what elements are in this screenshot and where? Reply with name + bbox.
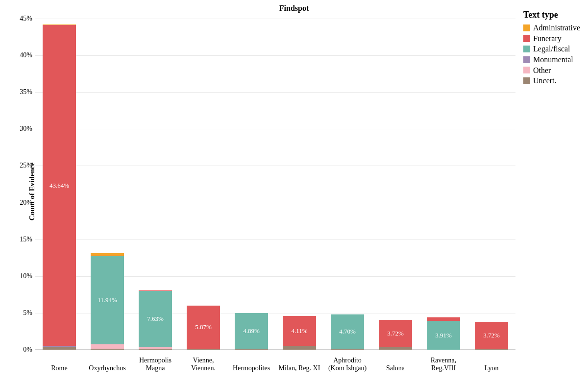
bar: 4.11% [283, 19, 317, 350]
bar-data-label: 7.63% [139, 315, 172, 323]
legend-swatch [523, 56, 530, 63]
x-tick-label: Rome [35, 364, 83, 372]
x-tick-label: Hermopolites [227, 364, 275, 372]
bar: 3.91% [427, 19, 461, 350]
legend-label: Monumental [533, 54, 573, 65]
bar-segment [91, 253, 124, 256]
bar-segment [331, 349, 365, 350]
legend-label: Administrative [533, 23, 580, 33]
x-tick-label: Aphrodito(Kom Ishgau) [323, 357, 371, 372]
bar-data-label: 4.11% [283, 327, 317, 335]
y-tick-label: 30% [11, 125, 32, 133]
bar: 3.72% [475, 19, 509, 350]
x-tick-label: Ravenna,Reg.VIII [419, 357, 467, 372]
legend: Text type AdministrativeFuneraryLegal/fi… [523, 9, 580, 86]
bar-segment [187, 349, 220, 350]
legend-title: Text type [523, 9, 580, 21]
x-tick-label: Oxyrhynchus [83, 364, 131, 372]
x-tick-label: Lyon [467, 364, 515, 372]
legend-swatch [523, 77, 530, 84]
bar-segment [139, 290, 172, 291]
bar-segment [43, 347, 76, 350]
legend-swatch [523, 46, 530, 52]
x-tick-label: Salona [371, 364, 419, 372]
y-tick-label: 25% [11, 162, 32, 169]
bar-segment [379, 347, 413, 350]
y-tick-label: 15% [11, 236, 32, 243]
bar-segment [283, 346, 317, 350]
legend-item: Legal/fiscal [523, 44, 580, 54]
bar-data-label: 3.72% [475, 332, 509, 339]
bar-segment [43, 346, 76, 347]
bar: 3.72% [379, 19, 413, 350]
bar-data-label: 43.64% [43, 182, 76, 190]
bar: 4.89% [235, 19, 269, 350]
bar-segment [283, 346, 317, 346]
bar-segment [139, 349, 172, 350]
bar-segment [91, 344, 124, 349]
bar-data-label: 5.87% [187, 323, 220, 331]
y-tick-label: 45% [11, 15, 32, 23]
legend-swatch [523, 67, 530, 73]
bar-segment [43, 24, 76, 25]
bar-data-label: 11.94% [91, 296, 124, 304]
legend-item: Administrative [523, 23, 580, 33]
x-tick-label: HermopolisMagna [131, 357, 179, 372]
legend-swatch [523, 35, 530, 42]
bar-segment [235, 349, 269, 350]
bar: 5.87% [187, 19, 220, 350]
legend-label: Legal/fiscal [533, 44, 570, 54]
chart-title: Findspot [0, 4, 588, 13]
chart-root: Findspot Text type AdministrativeFunerar… [0, 0, 588, 383]
y-tick-label: 20% [11, 199, 32, 207]
bar-data-label: 3.91% [427, 332, 461, 339]
bar: 7.63% [139, 19, 172, 350]
legend-label: Funerary [533, 33, 562, 44]
x-tick-label: Vienne,Viennen. [179, 357, 227, 372]
legend-label: Uncert. [533, 75, 557, 86]
bar-segment [475, 349, 509, 350]
y-tick-label: 35% [11, 88, 32, 96]
bar: 11.94% [91, 19, 124, 350]
y-tick-label: 0% [11, 346, 32, 354]
bar-segment [91, 349, 124, 350]
legend-item: Uncert. [523, 75, 580, 86]
bar-segment [139, 347, 172, 349]
bar: 43.64% [43, 19, 76, 350]
plot-area: 0%5%10%15%20%25%30%35%40%45%43.64%Rome11… [35, 19, 515, 350]
y-tick-label: 40% [11, 51, 32, 59]
y-tick-label: 10% [11, 272, 32, 280]
bar-data-label: 4.70% [331, 328, 365, 335]
x-tick-label: Milan, Reg. XI [275, 364, 323, 372]
bar: 4.70% [331, 19, 365, 350]
legend-item: Monumental [523, 54, 580, 65]
legend-item: Funerary [523, 33, 580, 44]
legend-label: Other [533, 65, 551, 76]
y-tick-label: 5% [11, 309, 32, 317]
bar-segment [91, 256, 124, 257]
bar-data-label: 3.72% [379, 330, 413, 337]
bar-data-label: 4.89% [235, 327, 269, 335]
bar-segment [43, 347, 76, 347]
legend-swatch [523, 24, 530, 31]
legend-item: Other [523, 65, 580, 76]
bar-segment [427, 317, 461, 321]
